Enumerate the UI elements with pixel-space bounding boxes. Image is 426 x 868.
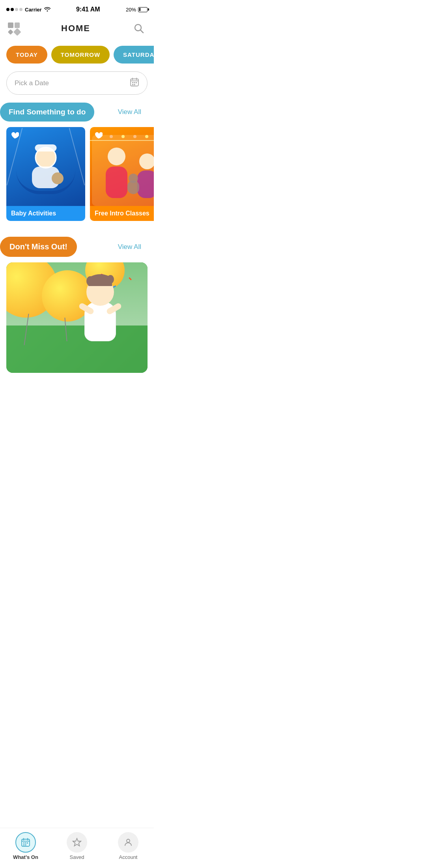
date-picker-placeholder: Pick a Date bbox=[15, 79, 49, 87]
battery-percent: 20% bbox=[126, 7, 136, 13]
app-logo bbox=[8, 22, 20, 34]
status-right: 20% bbox=[126, 7, 148, 13]
feature-image[interactable] bbox=[6, 262, 148, 373]
page-title: HOME bbox=[61, 23, 90, 34]
day-filter-bar: TODAY TOMORROW SATURDAY SUNDAY bbox=[0, 42, 154, 71]
status-time: 9:41 AM bbox=[76, 6, 100, 13]
header: HOME bbox=[0, 17, 154, 42]
find-view-all[interactable]: View All bbox=[118, 108, 148, 116]
day-btn-today[interactable]: TODAY bbox=[6, 46, 47, 64]
svg-rect-10 bbox=[134, 84, 135, 85]
signal-dot-2 bbox=[11, 8, 14, 11]
status-bar: Carrier 9:41 AM 20% bbox=[0, 0, 154, 17]
find-section-title: Find Something to do bbox=[0, 103, 94, 122]
dont-miss-header: Don't Miss Out! View All bbox=[0, 237, 154, 262]
card-free-heart bbox=[94, 131, 103, 141]
signal-dot-3 bbox=[15, 8, 18, 11]
day-btn-saturday[interactable]: SATURDAY bbox=[114, 46, 154, 64]
main-content: TODAY TOMORROW SATURDAY SUNDAY Pick a Da… bbox=[0, 42, 154, 416]
card-baby-label: Baby Activities bbox=[6, 206, 85, 221]
signal-dots bbox=[6, 8, 22, 11]
signal-dot-4 bbox=[19, 8, 22, 11]
calendar-icon bbox=[130, 77, 139, 89]
activity-cards-scroll: Baby Activities bbox=[0, 127, 154, 229]
svg-rect-6 bbox=[132, 82, 133, 83]
day-btn-tomorrow[interactable]: TOMORROW bbox=[51, 46, 110, 64]
svg-rect-8 bbox=[136, 82, 137, 83]
find-section-header: Find Something to do View All bbox=[0, 103, 154, 127]
card-free-label: Free Intro Classes bbox=[90, 206, 154, 221]
signal-dot-1 bbox=[6, 8, 9, 11]
search-button[interactable] bbox=[132, 21, 146, 36]
battery-icon bbox=[138, 7, 148, 12]
svg-line-1 bbox=[140, 30, 143, 33]
card-baby-heart bbox=[10, 131, 19, 141]
dont-miss-title: Don't Miss Out! bbox=[0, 237, 77, 257]
find-section: Find Something to do View All bbox=[0, 103, 154, 229]
status-left: Carrier bbox=[6, 6, 50, 13]
svg-rect-9 bbox=[132, 84, 133, 85]
svg-rect-7 bbox=[134, 82, 135, 83]
wifi-icon bbox=[44, 6, 50, 13]
date-picker[interactable]: Pick a Date bbox=[6, 71, 148, 95]
feature-image-bg bbox=[6, 262, 148, 373]
dont-miss-section: Don't Miss Out! View All bbox=[0, 229, 154, 377]
card-free-intro[interactable]: Free Intro Classes bbox=[90, 127, 154, 221]
date-picker-container: Pick a Date bbox=[0, 71, 154, 103]
card-baby-activities[interactable]: Baby Activities bbox=[6, 127, 85, 221]
dont-miss-view-all[interactable]: View All bbox=[118, 243, 148, 251]
carrier-label: Carrier bbox=[25, 7, 42, 13]
